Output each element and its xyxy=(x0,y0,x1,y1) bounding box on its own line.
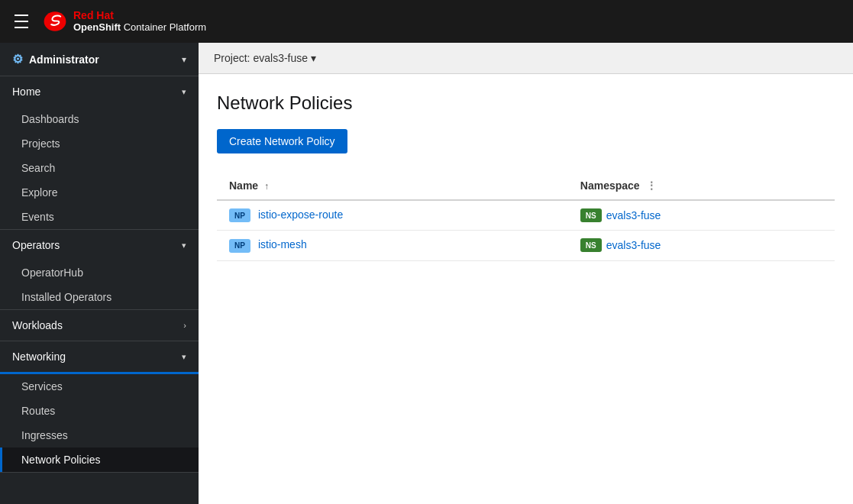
table-header-namespace: Namespace ⋮ xyxy=(568,172,835,200)
namespace-link[interactable]: evals3-fuse xyxy=(606,209,661,221)
brand-sub: OpenShift Container Platform xyxy=(73,22,206,33)
table-header: Name ↑ Namespace ⋮ xyxy=(217,172,835,200)
table-row: NP istio-mesh NS evals3-fuse xyxy=(217,231,835,260)
sidebar-item-services[interactable]: Services xyxy=(0,374,199,399)
table-row: NP istio-expose-route NS evals3-fuse xyxy=(217,200,835,231)
namespace-filter-icon[interactable]: ⋮ xyxy=(646,179,657,192)
operators-chevron-icon: ▾ xyxy=(182,241,186,250)
table-header-name: Name ↑ xyxy=(217,172,568,200)
project-dropdown[interactable]: evals3-fuse ▾ xyxy=(253,52,316,64)
page-title: Network Policies xyxy=(217,92,835,114)
sidebar-section-operators-header[interactable]: Operators ▾ xyxy=(0,230,199,260)
home-chevron-icon: ▾ xyxy=(182,87,186,97)
sidebar-section-workloads-label: Workloads xyxy=(12,319,63,331)
namespace-link[interactable]: evals3-fuse xyxy=(606,239,661,251)
sidebar-item-network-policies[interactable]: Network Policies xyxy=(0,447,199,472)
admin-label: Administrator xyxy=(29,53,99,66)
workloads-chevron-icon: › xyxy=(183,321,186,330)
sidebar-section-home-label: Home xyxy=(12,86,40,98)
sidebar-item-search[interactable]: Search xyxy=(0,156,199,180)
sidebar: ⚙ Administrator ▾ Home ▾ Dashboards Proj… xyxy=(0,43,199,504)
sidebar-item-ingresses[interactable]: Ingresses xyxy=(0,423,199,447)
sidebar-item-dashboards[interactable]: Dashboards xyxy=(0,107,199,131)
table-cell-namespace: NS evals3-fuse xyxy=(568,231,835,260)
table-cell-namespace: NS evals3-fuse xyxy=(568,200,835,231)
ns-badge: NS xyxy=(580,238,602,252)
policy-name-link[interactable]: istio-expose-route xyxy=(258,208,343,221)
sidebar-item-explore[interactable]: Explore xyxy=(0,180,199,205)
sidebar-section-home: Home ▾ Dashboards Projects Search Explor… xyxy=(0,76,199,230)
project-bar: Project: evals3-fuse ▾ xyxy=(199,43,853,74)
gear-icon: ⚙ xyxy=(12,52,23,66)
sidebar-item-projects[interactable]: Projects xyxy=(0,131,199,156)
name-sort-icon[interactable]: ↑ xyxy=(264,181,269,192)
sidebar-item-routes[interactable]: Routes xyxy=(0,399,199,423)
policy-name-link[interactable]: istio-mesh xyxy=(258,238,307,250)
sidebar-item-events[interactable]: Events xyxy=(0,205,199,229)
sidebar-section-workloads-header[interactable]: Workloads › xyxy=(0,310,199,341)
sidebar-section-workloads: Workloads › xyxy=(0,310,199,341)
sidebar-section-operators: Operators ▾ OperatorHub Installed Operat… xyxy=(0,230,199,310)
hamburger-menu[interactable] xyxy=(12,12,31,31)
sidebar-section-networking: Networking ▾ Services Routes Ingresses N… xyxy=(0,341,199,473)
redhat-logo-icon xyxy=(43,9,67,34)
brand-text: Red Hat OpenShift Container Platform xyxy=(73,10,206,33)
ns-badge: NS xyxy=(580,208,602,222)
sidebar-section-home-header[interactable]: Home ▾ xyxy=(0,76,199,107)
sidebar-item-operatorhub[interactable]: OperatorHub xyxy=(0,260,199,285)
project-dropdown-chevron-icon: ▾ xyxy=(311,52,316,64)
sidebar-item-installed-operators[interactable]: Installed Operators xyxy=(0,285,199,309)
sidebar-section-operators-label: Operators xyxy=(12,239,60,251)
brand-logo: Red Hat OpenShift Container Platform xyxy=(43,9,206,34)
admin-chevron-icon: ▾ xyxy=(182,54,186,65)
page-content: Network Policies Create Network Policy N… xyxy=(199,74,853,504)
admin-selector[interactable]: ⚙ Administrator ▾ xyxy=(0,43,199,76)
project-label: Project: xyxy=(214,52,250,64)
table-cell-name: NP istio-mesh xyxy=(217,231,568,260)
brand-main: Red Hat xyxy=(73,10,206,21)
sidebar-section-networking-header[interactable]: Networking ▾ xyxy=(0,341,199,372)
topbar: Red Hat OpenShift Container Platform xyxy=(0,0,853,43)
main-content: Project: evals3-fuse ▾ Network Policies … xyxy=(199,43,853,504)
project-name: evals3-fuse xyxy=(253,52,308,64)
network-policies-table: Name ↑ Namespace ⋮ NP istio-expose-route xyxy=(217,172,835,261)
create-network-policy-button[interactable]: Create Network Policy xyxy=(217,129,347,153)
table-body: NP istio-expose-route NS evals3-fuse NP … xyxy=(217,200,835,260)
sidebar-section-networking-label: Networking xyxy=(12,351,66,363)
table-cell-name: NP istio-expose-route xyxy=(217,200,568,231)
np-badge: NP xyxy=(229,239,250,253)
networking-chevron-icon: ▾ xyxy=(182,352,186,362)
app-body: ⚙ Administrator ▾ Home ▾ Dashboards Proj… xyxy=(0,43,853,504)
np-badge: NP xyxy=(229,208,250,222)
